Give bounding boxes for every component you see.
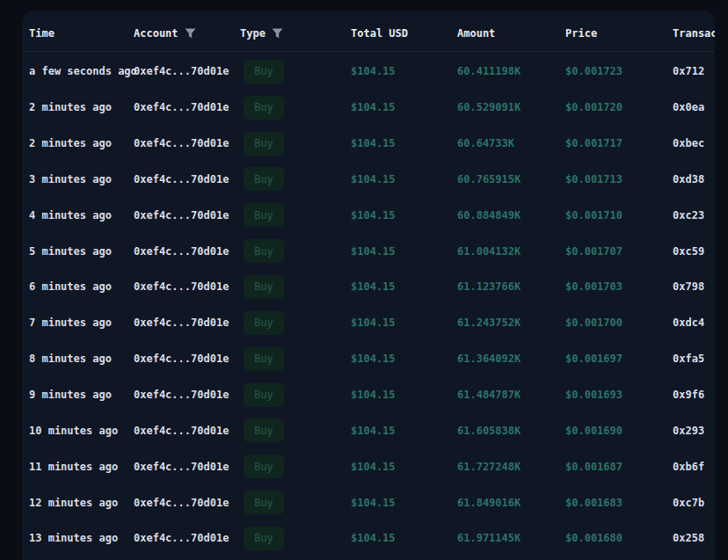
cell-total-usd: $104.15 [351, 101, 457, 113]
filter-icon[interactable] [185, 28, 196, 39]
table-row[interactable]: 9 minutes ago0xef4c...70d01eBuy$104.1561… [22, 377, 715, 413]
cell-account[interactable]: 0xef4c...70d01e [134, 461, 240, 473]
table-row[interactable]: 5 minutes ago0xef4c...70d01eBuy$104.1561… [22, 233, 715, 269]
table-row[interactable]: 7 minutes ago0xef4c...70d01eBuy$104.1561… [22, 305, 715, 341]
cell-amount: 61.849016K [457, 497, 565, 509]
cell-time: 8 minutes ago [29, 353, 134, 365]
cell-amount: 61.364092K [457, 353, 565, 365]
table-row[interactable]: 4 minutes ago0xef4c...70d01eBuy$104.1560… [22, 197, 715, 233]
cell-total-usd: $104.15 [351, 316, 457, 329]
cell-transaction[interactable]: 0x0ea [673, 101, 715, 113]
cell-price: $0.001723 [565, 65, 673, 77]
table-row[interactable]: 3 minutes ago0xef4c...70d01eBuy$104.1560… [22, 162, 715, 198]
table-body: a few seconds ago0xef4c...70d01eBuy$104.… [22, 52, 715, 556]
column-header-time[interactable]: Time [29, 27, 134, 40]
cell-transaction[interactable]: 0x712 [673, 65, 715, 77]
cell-account[interactable]: 0xef4c...70d01e [134, 101, 240, 113]
cell-account[interactable]: 0xef4c...70d01e [134, 209, 240, 222]
cell-transaction[interactable]: 0xdc4 [673, 316, 715, 329]
trade-type-badge: Buy [244, 167, 284, 191]
cell-price: $0.001690 [565, 425, 673, 437]
cell-total-usd: $104.15 [351, 137, 457, 149]
trade-type-badge: Buy [244, 527, 284, 550]
cell-type: Buy [240, 527, 351, 550]
cell-price: $0.001707 [565, 245, 673, 258]
column-header-account[interactable]: Account [134, 27, 240, 40]
column-header-transaction[interactable]: Transaction [673, 27, 715, 40]
cell-time: 2 minutes ago [29, 137, 134, 149]
table-row[interactable]: 2 minutes ago0xef4c...70d01eBuy$104.1560… [22, 90, 715, 126]
cell-total-usd: $104.15 [351, 173, 457, 185]
cell-account[interactable]: 0xef4c...70d01e [134, 353, 240, 365]
cell-total-usd: $104.15 [351, 425, 457, 437]
cell-total-usd: $104.15 [351, 497, 457, 509]
cell-amount: 61.605838K [457, 425, 565, 437]
cell-amount: 61.971145K [457, 532, 565, 544]
column-header-amount[interactable]: Amount [457, 27, 565, 40]
table-row[interactable]: 8 minutes ago0xef4c...70d01eBuy$104.1561… [22, 341, 715, 377]
cell-type: Buy [240, 418, 351, 442]
cell-price: $0.001717 [565, 137, 673, 149]
table-row[interactable]: 6 minutes ago0xef4c...70d01eBuy$104.1561… [22, 269, 715, 305]
trade-type-badge: Buy [244, 455, 284, 478]
table-row[interactable]: 10 minutes ago0xef4c...70d01eBuy$104.156… [22, 412, 715, 448]
table-row[interactable]: 12 minutes ago0xef4c...70d01eBuy$104.156… [22, 484, 715, 520]
cell-account[interactable]: 0xef4c...70d01e [134, 280, 240, 293]
column-header-label: Type [240, 27, 266, 40]
cell-account[interactable]: 0xef4c...70d01e [134, 389, 240, 401]
cell-account[interactable]: 0xef4c...70d01e [134, 137, 240, 149]
cell-account[interactable]: 0xef4c...70d01e [134, 316, 240, 329]
cell-price: $0.001710 [565, 209, 673, 222]
column-header-price[interactable]: Price [565, 27, 673, 40]
column-header-label: Time [29, 27, 55, 40]
cell-transaction[interactable]: 0xfa5 [673, 353, 715, 365]
table-row[interactable]: 13 minutes ago0xef4c...70d01eBuy$104.156… [22, 520, 715, 556]
cell-time: 9 minutes ago [29, 389, 134, 401]
cell-time: 6 minutes ago [29, 280, 134, 293]
trade-type-badge: Buy [244, 311, 284, 335]
cell-account[interactable]: 0xef4c...70d01e [134, 173, 240, 185]
cell-transaction[interactable]: 0x9f6 [673, 389, 715, 401]
cell-transaction[interactable]: 0xd38 [673, 173, 715, 185]
cell-price: $0.001703 [565, 280, 673, 293]
cell-type: Buy [240, 60, 351, 84]
table-row[interactable]: 2 minutes ago0xef4c...70d01eBuy$104.1560… [22, 126, 715, 162]
trade-type-badge: Buy [244, 275, 284, 299]
column-header-label: Account [134, 27, 178, 40]
cell-transaction[interactable]: 0xc59 [673, 245, 715, 258]
column-header-label: Amount [457, 27, 495, 40]
cell-total-usd: $104.15 [351, 280, 457, 293]
cell-amount: 61.123766K [457, 280, 565, 293]
trade-type-badge: Buy [244, 383, 284, 407]
cell-account[interactable]: 0xef4c...70d01e [134, 532, 240, 544]
cell-amount: 60.884849K [457, 209, 565, 222]
cell-account[interactable]: 0xef4c...70d01e [134, 425, 240, 437]
cell-time: a few seconds ago [29, 65, 134, 77]
column-header-total-usd[interactable]: Total USD [351, 27, 457, 40]
cell-account[interactable]: 0xef4c...70d01e [134, 65, 240, 77]
filter-icon[interactable] [272, 28, 283, 39]
table-row[interactable]: 11 minutes ago0xef4c...70d01eBuy$104.156… [22, 448, 715, 484]
cell-transaction[interactable]: 0x798 [673, 280, 715, 293]
cell-amount: 60.64733K [457, 137, 565, 149]
cell-transaction[interactable]: 0x293 [673, 425, 715, 437]
cell-amount: 61.727248K [457, 461, 565, 473]
cell-type: Buy [240, 491, 351, 514]
cell-price: $0.001713 [565, 173, 673, 185]
cell-type: Buy [240, 96, 351, 120]
cell-transaction[interactable]: 0x258 [673, 532, 715, 544]
cell-price: $0.001693 [565, 389, 673, 401]
cell-amount: 60.411198K [457, 65, 565, 77]
cell-transaction[interactable]: 0xc7b [673, 497, 715, 509]
cell-type: Buy [240, 203, 351, 227]
cell-type: Buy [240, 239, 351, 263]
table-row[interactable]: a few seconds ago0xef4c...70d01eBuy$104.… [22, 54, 715, 90]
column-header-type[interactable]: Type [240, 27, 351, 40]
cell-transaction[interactable]: 0xb6f [673, 461, 715, 473]
cell-account[interactable]: 0xef4c...70d01e [134, 497, 240, 509]
cell-account[interactable]: 0xef4c...70d01e [134, 245, 240, 258]
cell-time: 13 minutes ago [29, 532, 134, 544]
cell-transaction[interactable]: 0xc23 [673, 209, 715, 222]
cell-time: 11 minutes ago [29, 461, 134, 473]
cell-transaction[interactable]: 0xbec [673, 137, 715, 149]
